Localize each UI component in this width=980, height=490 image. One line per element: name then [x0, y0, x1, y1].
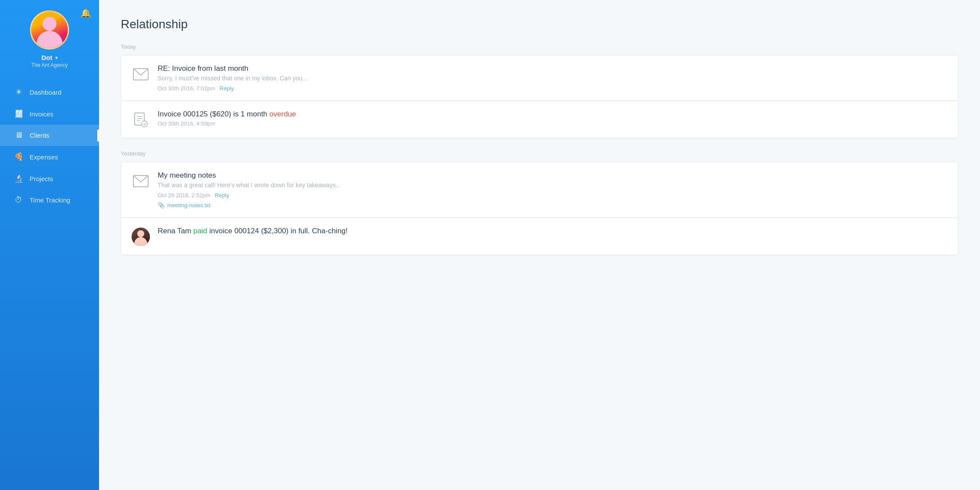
profile-section: 🔔 Dot ▾ The Ant Agency	[0, 0, 99, 77]
clients-icon: 🖥	[14, 131, 23, 140]
sidebar-item-time-tracking-label: Time Tracking	[30, 196, 70, 204]
reply-button[interactable]: Reply	[219, 85, 234, 92]
dashboard-icon: ☀	[14, 87, 23, 97]
section-label-yesterday: Yesterday	[121, 150, 958, 157]
card-meta-invoice: Oct 30th 2016, 4:59pm	[158, 120, 947, 127]
attachment-filename: meeting-notes.txt	[167, 202, 211, 209]
sidebar-item-dashboard[interactable]: ☀ Dashboard	[0, 81, 99, 103]
card-title-invoice: Invoice 000125 ($620) is 1 month overdue	[158, 110, 947, 119]
sidebar-item-time-tracking[interactable]: ⏱ Time Tracking	[0, 189, 99, 211]
sidebar-item-dashboard-label: Dashboard	[30, 89, 61, 96]
card-body: RE: Invoice from last month Sorry, I mus…	[158, 64, 947, 92]
mail-icon	[132, 65, 150, 83]
card-invoice-overdue: Invoice 000125 ($620) is 1 month overdue…	[121, 101, 958, 138]
payment-paid-label: paid	[193, 227, 207, 235]
svg-point-5	[142, 121, 148, 127]
sidebar-item-expenses-label: Expenses	[30, 153, 58, 161]
sidebar-item-expenses[interactable]: 🍕 Expenses	[0, 146, 99, 168]
mail-icon-2	[132, 172, 150, 190]
sidebar-item-clients[interactable]: 🖥 Clients	[0, 125, 99, 146]
projects-icon: 🔬	[14, 174, 23, 183]
sidebar-nav: ☀ Dashboard 🧾 Invoices 🖥 Clients 🍕 Expen…	[0, 81, 99, 490]
section-label-today: Today	[121, 43, 958, 50]
time-tracking-icon: ⏱	[14, 195, 23, 205]
card-timestamp-invoice: Oct 30th 2016, 4:59pm	[158, 120, 215, 127]
sidebar-item-clients-label: Clients	[30, 132, 50, 139]
expenses-icon: 🍕	[14, 152, 23, 162]
sidebar-item-projects-label: Projects	[30, 175, 53, 182]
payment-suffix: invoice 000124 ($2,300) in full. Cha-chi…	[209, 227, 348, 235]
chevron-down-icon: ▾	[55, 55, 58, 61]
card-body-meeting: My meeting notes That was a great call! …	[158, 171, 947, 209]
card-title: RE: Invoice from last month	[158, 64, 947, 73]
card-timestamp: Oct 30th 2016, 7:02pm	[158, 85, 215, 92]
card-meta-meeting: Oct 29 2016, 2:52pm Reply	[158, 192, 947, 199]
attachment-link[interactable]: 📎 meeting-notes.txt	[158, 202, 947, 209]
reply-button-meeting[interactable]: Reply	[215, 192, 229, 199]
card-title-meeting: My meeting notes	[158, 171, 947, 180]
today-cards-group: RE: Invoice from last month Sorry, I mus…	[121, 55, 958, 138]
attachment-icon: 📎	[158, 202, 165, 209]
card-body-invoice: Invoice 000125 ($620) is 1 month overdue…	[158, 110, 947, 127]
notification-bell-icon[interactable]: 🔔	[80, 8, 91, 18]
sidebar-item-invoices-label: Invoices	[30, 110, 53, 118]
profile-name: Dot	[42, 54, 53, 61]
card-payment: Rena Tam paid invoice 000124 ($2,300) in…	[121, 218, 958, 255]
card-email-invoice: RE: Invoice from last month Sorry, I mus…	[121, 55, 958, 101]
invoice-overdue-label: overdue	[269, 110, 296, 118]
page-title: Relationship	[121, 17, 958, 31]
sidebar-item-projects[interactable]: 🔬 Projects	[0, 168, 99, 189]
profile-name-row[interactable]: Dot ▾	[42, 54, 58, 61]
sidebar: 🔔 Dot ▾ The Ant Agency ☀ Dashboard 🧾 Inv…	[0, 0, 99, 490]
yesterday-cards-group: My meeting notes That was a great call! …	[121, 162, 958, 255]
sidebar-item-invoices[interactable]: 🧾 Invoices	[0, 103, 99, 125]
avatar[interactable]	[30, 10, 69, 50]
card-excerpt: Sorry, I must've missed that one in my i…	[158, 75, 947, 82]
payment-person: Rena Tam	[158, 227, 191, 235]
card-title-payment: Rena Tam paid invoice 000124 ($2,300) in…	[158, 227, 947, 235]
invoice-icon	[132, 111, 150, 129]
main-content: Relationship Today RE: Invoice from last…	[99, 0, 980, 490]
invoices-icon: 🧾	[14, 109, 23, 119]
profile-company: The Ant Agency	[31, 62, 68, 68]
card-meeting-notes: My meeting notes That was a great call! …	[121, 162, 958, 218]
invoice-title-prefix: Invoice 000125 ($620) is 1 month	[158, 110, 267, 118]
card-excerpt-meeting: That was a great call! Here's what I wro…	[158, 182, 947, 189]
card-body-payment: Rena Tam paid invoice 000124 ($2,300) in…	[158, 227, 947, 237]
card-meta: Oct 30th 2016, 7:02pm Reply	[158, 85, 947, 92]
card-timestamp-meeting: Oct 29 2016, 2:52pm	[158, 192, 210, 199]
avatar-rena-tam	[132, 228, 150, 246]
